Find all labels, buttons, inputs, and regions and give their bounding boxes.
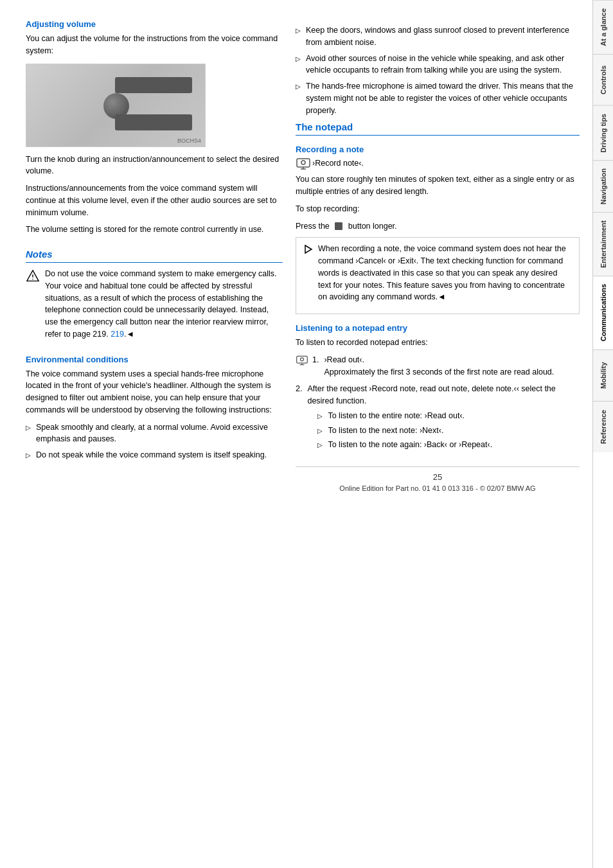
to-stop-text: To stop recording:: [296, 203, 580, 215]
recording-command-text: ›Record note‹.: [312, 159, 364, 168]
adjusting-volume-caption1: Turn the knob during an instruction/anno…: [26, 154, 283, 178]
notepad-heading: The notepad: [296, 121, 580, 136]
step2-content: After the request ›Record note, read out…: [307, 383, 580, 454]
sub-bullet-item: To listen to the entire note: ›Read out‹…: [317, 410, 580, 422]
press-button-text: Press the button longer.: [296, 220, 580, 233]
left-column: Adjusting volume You can adjust the volu…: [26, 19, 283, 855]
svg-point-1: [32, 279, 33, 279]
adjusting-volume-heading: Adjusting volume: [26, 19, 283, 29]
volume-image: BOCHS4: [26, 64, 206, 147]
step1-prefix: 1.: [296, 354, 319, 366]
note-box-text: When recording a note, the voice command…: [318, 243, 573, 303]
voice-microphone-icon: [296, 158, 308, 168]
listening-heading: Listening to a notepad entry: [296, 323, 580, 333]
step-2: 2. After the request ›Record note, read …: [296, 383, 580, 454]
step1-content: ›Read out‹. Approximately the first 3 se…: [324, 354, 554, 378]
sub-bullet-item: To listen to the next note: ›Next‹.: [317, 425, 580, 437]
listening-intro: To listen to recorded notepad entries:: [296, 337, 580, 349]
img-panel-bottom: [115, 114, 192, 130]
recording-text1: You can store roughly ten minutes of spo…: [296, 173, 580, 198]
step2-text: After the request ›Record note, read out…: [307, 384, 555, 405]
recording-voice-cmd: ›Record note‹.: [296, 158, 580, 168]
svg-point-3: [301, 161, 305, 164]
notepad-section: The notepad Recording a note: [296, 121, 580, 454]
volume-image-inner: BOCHS4: [26, 64, 205, 146]
recording-note-section: Recording a note ›Record note‹.: [296, 145, 580, 314]
recording-note-heading: Recording a note: [296, 145, 580, 154]
step1-text: Approximately the first 3 seconds of the…: [324, 368, 554, 376]
right-column: Keep the doors, windows and glass sunroo…: [296, 19, 580, 855]
adjusting-volume-caption2: Instructions/announcements from the voic…: [26, 182, 283, 218]
warning-text: Do not use the voice command system to m…: [45, 268, 283, 341]
step2-prefix: 2.: [296, 383, 302, 395]
warning-triangle-icon: [26, 269, 40, 283]
warning-icon: [26, 269, 40, 283]
warning-link[interactable]: 219: [111, 330, 124, 339]
adjusting-volume-caption3: The volume setting is stored for the rem…: [26, 224, 283, 236]
step1-voice-icon: [296, 355, 308, 366]
listening-steps: 1. ›Read out‹. Approximately the first 3…: [296, 354, 580, 454]
note-box-arrow-icon: [303, 244, 313, 254]
image-copyright: BOCHS4: [177, 137, 201, 144]
warning-marker: ◄: [127, 330, 134, 339]
recording-note-box: When recording a note, the voice command…: [296, 237, 580, 314]
main-content: Adjusting volume You can adjust the volu…: [0, 0, 592, 868]
notes-bullet-list: Speak smoothly and clearly, at a normal …: [26, 421, 283, 461]
warning-box: Do not use the voice command system to m…: [26, 268, 283, 346]
sidebar-tab-communications[interactable]: Communications: [593, 276, 613, 349]
svg-point-9: [301, 358, 304, 361]
page-number: 25: [296, 472, 580, 482]
bullet-item: Speak smoothly and clearly, at a normal …: [26, 421, 283, 446]
svg-rect-2: [297, 159, 310, 167]
sidebar-tab-reference[interactable]: Reference: [593, 401, 613, 452]
listening-section: Listening to a notepad entry To listen t…: [296, 323, 580, 454]
notes-heading: Notes: [26, 249, 283, 263]
step1-cmd: ›Read out‹.: [324, 355, 364, 364]
environmental-conditions-heading: Environmental conditions: [26, 355, 283, 364]
sidebar-tab-controls[interactable]: Controls: [593, 54, 613, 105]
svg-marker-7: [305, 245, 312, 253]
step1-number: 1.: [312, 354, 319, 366]
note-marker: ◄: [438, 292, 445, 301]
right-bullet-item: Keep the doors, windows and glass sunroo…: [296, 24, 580, 49]
step-1: 1. ›Read out‹. Approximately the first 3…: [296, 354, 580, 378]
copyright-text: Online Edition for Part no. 01 41 0 013 …: [296, 484, 580, 492]
notes-section: Notes Do not use the voice command syste…: [26, 249, 283, 461]
right-bullet-item: Avoid other sources of noise in the vehi…: [296, 53, 580, 77]
adjusting-volume-section: Adjusting volume You can adjust the volu…: [26, 19, 283, 236]
right-bullet-item: The hands-free microphone is aimed towar…: [296, 80, 580, 116]
img-panel-top: [115, 77, 192, 93]
environmental-text: The voice command system uses a special …: [26, 368, 283, 416]
sidebar-tab-driving-tips[interactable]: Driving tips: [593, 105, 613, 161]
right-bullets: Keep the doors, windows and glass sunroo…: [296, 24, 580, 116]
step2-number: 2.: [296, 383, 302, 395]
svg-rect-6: [335, 222, 342, 230]
adjusting-volume-intro: You can adjust the volume for the instru…: [26, 33, 283, 57]
sub-bullet-item: To listen to the note again: ›Back‹ or ›…: [317, 439, 580, 451]
bullet-item: Do not speak while the voice command sys…: [26, 449, 283, 461]
sidebar: At a glance Controls Driving tips Naviga…: [592, 0, 613, 868]
sidebar-tab-mobility[interactable]: Mobility: [593, 350, 613, 401]
svg-rect-8: [297, 356, 308, 363]
sidebar-tab-navigation[interactable]: Navigation: [593, 160, 613, 212]
page-wrapper: Adjusting volume You can adjust the volu…: [0, 0, 613, 868]
step2-sub-bullets: To listen to the entire note: ›Read out‹…: [317, 410, 580, 451]
stop-button-icon: [333, 221, 344, 231]
sidebar-tab-entertainment[interactable]: Entertainment: [593, 212, 613, 276]
sidebar-tab-at-a-glance[interactable]: At a glance: [593, 0, 613, 54]
page-footer: 25 Online Edition for Part no. 01 41 0 0…: [296, 466, 580, 492]
